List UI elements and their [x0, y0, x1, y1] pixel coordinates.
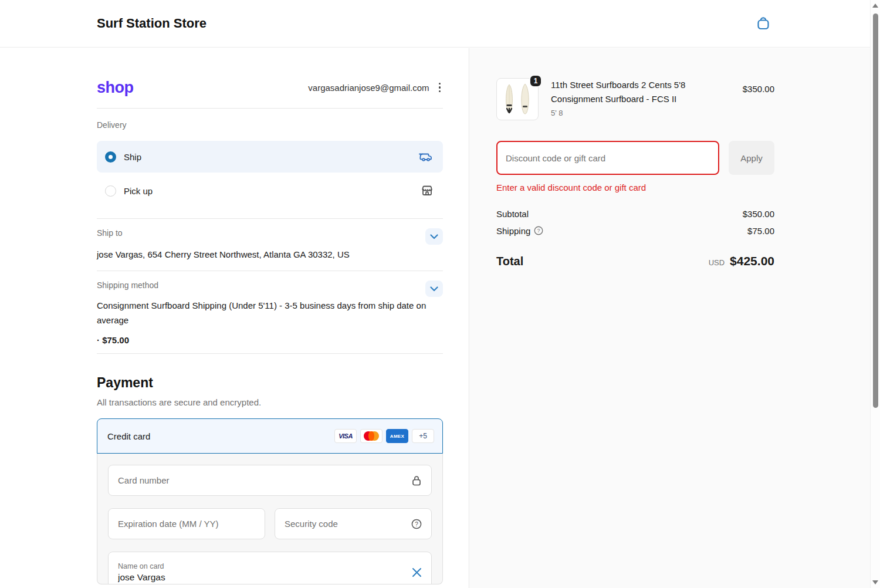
shipping-method-description: Consignment Surfboard Shipping (Under 5'… — [97, 298, 443, 327]
credit-card-option: Credit card VISA AMEX +5 — [97, 418, 443, 584]
clear-name-icon[interactable] — [412, 567, 422, 577]
amex-icon: AMEX — [386, 429, 408, 443]
scrollbar-thumb[interactable] — [873, 13, 878, 408]
discount-field-error[interactable] — [496, 141, 719, 175]
security-code-field[interactable]: ? — [275, 508, 432, 539]
shipping-method-price: · $75.00 — [97, 335, 443, 345]
page-scrollbar[interactable] — [870, 0, 880, 588]
scroll-up-icon[interactable] — [872, 4, 878, 8]
delivery-option-pickup[interactable]: Pick up — [97, 175, 443, 207]
shop-logo: shop — [97, 79, 134, 97]
page-header: Surf Station Store — [0, 0, 870, 48]
product-title: 11th Street Surfboards 2 Cents 5'8 Consi… — [551, 78, 703, 106]
cost-summary: Subtotal $350.00 Shipping ? $75.00 — [496, 209, 774, 236]
discount-input[interactable] — [506, 153, 710, 163]
payment-title: Payment — [97, 375, 443, 391]
cart-bag-icon[interactable] — [753, 14, 773, 34]
total-row: Total USD $425.00 — [496, 254, 774, 268]
product-variant: 5' 8 — [551, 109, 703, 117]
delivery-option-ship[interactable]: Ship — [97, 141, 443, 173]
subtotal-value: $350.00 — [743, 209, 774, 219]
discount-row: Apply — [496, 141, 774, 175]
help-circle-icon[interactable]: ? — [411, 519, 422, 529]
truck-icon — [418, 150, 434, 163]
quantity-badge: 1 — [529, 75, 542, 87]
apply-discount-button[interactable]: Apply — [729, 141, 774, 175]
delivery-section-label: Delivery — [97, 120, 443, 130]
ship-to-expand-chevron-icon[interactable] — [425, 228, 443, 245]
discount-error-message: Enter a valid discount code or gift card — [496, 183, 774, 192]
svg-text:?: ? — [537, 228, 540, 234]
line-item: 1 11th Street Surfboards 2 Cents 5'8 Con… — [496, 78, 774, 120]
shipping-method-expand-chevron-icon[interactable] — [425, 281, 443, 297]
credit-card-form: ? Name on card — [97, 454, 443, 584]
total-value: $425.00 — [730, 254, 774, 268]
ship-to-label: Ship to — [97, 228, 123, 238]
total-currency: USD — [709, 258, 725, 267]
store-title: Surf Station Store — [97, 16, 207, 31]
ship-to-section: Ship to jose Vargas, 654 Cherry Street N… — [97, 228, 443, 262]
shipping-help-icon[interactable]: ? — [534, 226, 543, 236]
shipping-value: $75.00 — [747, 226, 774, 236]
name-on-card-field[interactable]: Name on card — [108, 552, 432, 584]
shipping-label: Shipping — [496, 226, 530, 236]
security-code-input[interactable] — [285, 519, 405, 529]
product-price: $350.00 — [743, 78, 774, 120]
credit-card-header[interactable]: Credit card VISA AMEX +5 — [97, 418, 443, 454]
card-number-input[interactable] — [118, 475, 405, 485]
more-cards-badge: +5 — [412, 429, 434, 443]
visa-icon: VISA — [334, 429, 357, 443]
mastercard-icon — [360, 429, 383, 443]
expiration-field[interactable] — [108, 508, 265, 539]
radio-checked-icon[interactable] — [105, 151, 116, 163]
name-on-card-label: Name on card — [118, 562, 412, 570]
store-icon — [421, 184, 434, 197]
checkout-form-panel: shop vargasadrianjose9@gmail.com Deliver… — [0, 48, 469, 588]
credit-card-label: Credit card — [107, 431, 150, 441]
expiration-input[interactable] — [118, 519, 255, 529]
ship-option-label: Ship — [124, 152, 141, 162]
total-label: Total — [496, 255, 523, 268]
subtotal-label: Subtotal — [496, 209, 529, 219]
shipping-row: Shipping ? $75.00 — [496, 226, 774, 236]
pickup-option-label: Pick up — [124, 186, 153, 196]
scroll-down-icon[interactable] — [872, 580, 878, 584]
subtotal-row: Subtotal $350.00 — [496, 209, 774, 219]
more-options-icon[interactable] — [436, 80, 444, 95]
shipping-method-section: Shipping method Consignment Surfboard Sh… — [97, 281, 443, 345]
order-summary-panel: 1 11th Street Surfboards 2 Cents 5'8 Con… — [470, 48, 870, 588]
radio-unchecked-icon[interactable] — [105, 185, 116, 197]
divider — [97, 218, 443, 219]
divider — [97, 271, 443, 271]
card-number-field[interactable] — [108, 465, 432, 496]
payment-subtitle: All transactions are secure and encrypte… — [97, 397, 443, 407]
name-on-card-input[interactable] — [118, 572, 412, 583]
lock-icon — [411, 475, 422, 486]
svg-text:?: ? — [415, 521, 418, 527]
divider — [97, 108, 443, 109]
divider — [97, 353, 443, 354]
ship-to-address: jose Vargas, 654 Cherry Street Northwest… — [97, 247, 443, 262]
account-row: shop vargasadrianjose9@gmail.com — [97, 76, 443, 99]
account-email: vargasadrianjose9@gmail.com — [308, 83, 429, 93]
shipping-method-label: Shipping method — [97, 281, 158, 290]
